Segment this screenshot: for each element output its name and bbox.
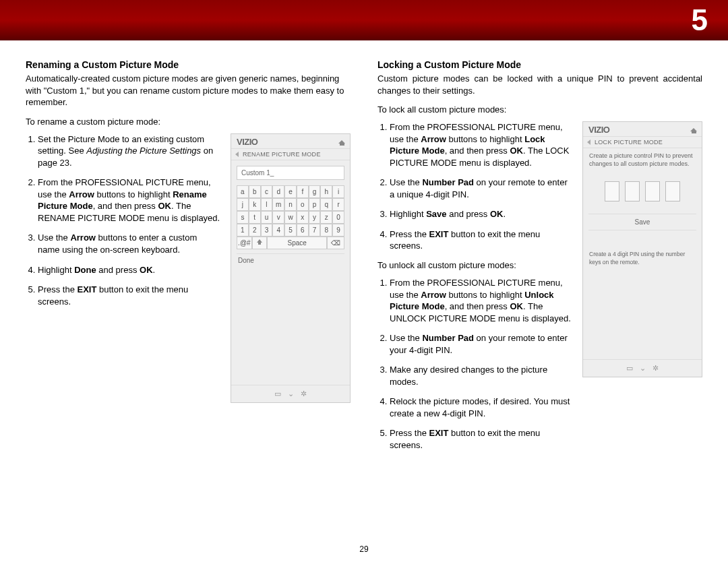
space-key[interactable]: Space — [267, 237, 326, 249]
key[interactable]: 1 — [237, 224, 249, 237]
panel-title-text: RENAME PICTURE MODE — [243, 151, 321, 158]
right-heading: Locking a Custom Picture Mode — [377, 59, 702, 70]
back-icon[interactable] — [235, 152, 239, 157]
list-item: Highlight Done and press OK. — [38, 264, 221, 276]
page-number: 29 — [0, 544, 728, 554]
settings-icon[interactable]: ✲ — [301, 389, 307, 398]
key[interactable]: o — [297, 198, 309, 211]
pin-digit[interactable] — [665, 181, 680, 201]
shift-key[interactable] — [252, 237, 268, 249]
right-intro: Custom picture modes can be locked with … — [377, 73, 702, 96]
onscreen-keyboard[interactable]: abcdefghi jklmnopqr stuvwxyz0 123456789 — [237, 185, 344, 237]
key[interactable]: u — [261, 211, 273, 224]
list-item: Relock the picture modes, if desired. Yo… — [390, 396, 573, 419]
brand-logo: VIZIO — [588, 125, 609, 135]
name-input[interactable]: Custom 1_ — [237, 166, 344, 180]
pin-note: Create a 4 digit PIN using the number ke… — [583, 230, 702, 271]
key[interactable]: 5 — [284, 224, 297, 237]
home-icon[interactable] — [338, 138, 346, 146]
key[interactable]: p — [309, 198, 321, 211]
list-item: From the PROFESSIONAL PICTURE menu, use … — [390, 277, 573, 324]
chapter-number: 5 — [692, 3, 708, 37]
key[interactable]: d — [272, 185, 284, 198]
left-intro: Automatically-created custom picture mod… — [26, 73, 351, 108]
backspace-key[interactable]: ⌦ — [327, 237, 344, 249]
wide-icon[interactable]: ▭ — [626, 364, 633, 373]
lock-steps: From the PROFESSIONAL PICTURE menu, use … — [377, 121, 573, 252]
backspace-icon: ⌦ — [331, 239, 340, 247]
key[interactable]: s — [237, 211, 249, 224]
save-button[interactable]: Save — [588, 214, 696, 230]
page-content: Renaming a Custom Picture Mode Automatic… — [0, 40, 728, 466]
key[interactable]: b — [249, 185, 261, 198]
pin-entry[interactable] — [583, 172, 702, 214]
settings-icon[interactable]: ✲ — [653, 364, 659, 373]
key[interactable]: n — [284, 198, 297, 211]
pin-digit[interactable] — [605, 181, 619, 201]
done-button[interactable]: Done — [237, 253, 344, 267]
chapter-band: 5 — [0, 0, 728, 40]
key[interactable]: y — [309, 211, 321, 224]
pin-digit[interactable] — [625, 181, 640, 201]
key[interactable]: g — [309, 185, 321, 198]
key[interactable]: e — [284, 185, 297, 198]
key[interactable]: v — [272, 211, 284, 224]
wide-icon[interactable]: ▭ — [274, 389, 281, 398]
key[interactable]: 4 — [272, 224, 284, 237]
lock-panel: VIZIO LOCK PICTURE MODE Create a picture… — [582, 121, 702, 377]
list-item: Use the Number Pad on your remote to ent… — [390, 332, 573, 356]
list-item: Set the Picture Mode to an existing cust… — [38, 133, 221, 169]
list-item: Press the EXIT button to exit the menu s… — [390, 228, 573, 252]
key[interactable]: j — [237, 198, 249, 211]
left-column: Renaming a Custom Picture Mode Automatic… — [26, 59, 351, 460]
key[interactable]: t — [249, 211, 261, 224]
key[interactable]: 0 — [332, 211, 344, 224]
left-heading: Renaming a Custom Picture Mode — [26, 59, 351, 70]
key[interactable]: f — [297, 185, 309, 198]
list-item: From the PROFESSIONAL PICTURE menu, use … — [38, 177, 221, 224]
key[interactable]: a — [237, 185, 249, 198]
key[interactable]: m — [272, 198, 284, 211]
panel-title-text: LOCK PICTURE MODE — [595, 139, 663, 146]
symbols-key[interactable]: .@# — [237, 237, 252, 249]
key[interactable]: w — [284, 211, 297, 224]
shift-icon — [257, 239, 263, 245]
rename-steps: Set the Picture Mode to an existing cust… — [26, 133, 221, 308]
input-icon[interactable]: ⌄ — [640, 364, 646, 373]
list-item: Use the Arrow buttons to enter a custom … — [38, 232, 221, 255]
key[interactable]: 8 — [320, 224, 332, 237]
unlock-lead: To unlock all custom picture modes: — [377, 260, 573, 270]
list-item: Use the Number Pad on your remote to ent… — [390, 177, 573, 200]
key[interactable]: x — [297, 211, 309, 224]
list-item: Press the EXIT button to exit the menu s… — [38, 284, 221, 307]
rename-panel: VIZIO RENAME PICTURE MODE Custom 1_ abcd… — [231, 133, 351, 403]
lock-description: Create a picture control PIN to prevent … — [583, 148, 702, 172]
input-icon[interactable]: ⌄ — [288, 389, 294, 398]
key[interactable]: q — [320, 198, 332, 211]
key[interactable]: k — [249, 198, 261, 211]
key[interactable]: c — [261, 185, 273, 198]
key[interactable]: l — [261, 198, 273, 211]
key[interactable]: 6 — [297, 224, 309, 237]
key[interactable]: h — [320, 185, 332, 198]
back-icon[interactable] — [587, 139, 590, 145]
key[interactable]: 7 — [309, 224, 321, 237]
list-item: Press the EXIT button to exit the menu s… — [390, 427, 573, 451]
key[interactable]: 3 — [261, 224, 273, 237]
home-icon[interactable] — [690, 126, 698, 133]
left-lead: To rename a custom picture mode: — [26, 117, 351, 127]
pin-digit[interactable] — [645, 181, 660, 201]
list-item: Make any desired changes to the picture … — [390, 364, 573, 387]
unlock-steps: From the PROFESSIONAL PICTURE menu, use … — [377, 277, 573, 451]
brand-logo: VIZIO — [237, 137, 257, 147]
key[interactable]: r — [332, 198, 344, 211]
lock-lead: To lock all custom picture modes: — [377, 104, 702, 115]
list-item: Highlight Save and press OK. — [390, 208, 573, 220]
list-item: From the PROFESSIONAL PICTURE menu, use … — [390, 121, 573, 168]
key[interactable]: 9 — [332, 224, 344, 237]
key[interactable]: i — [332, 185, 344, 198]
right-column: Locking a Custom Picture Mode Custom pic… — [377, 59, 702, 460]
key[interactable]: 2 — [249, 224, 261, 237]
key[interactable]: z — [320, 211, 332, 224]
